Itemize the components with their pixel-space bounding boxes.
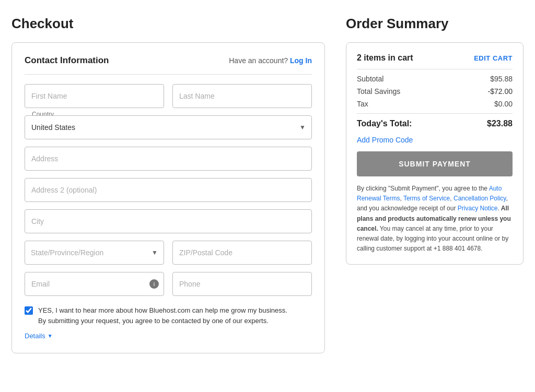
privacy-link[interactable]: Privacy Notice bbox=[458, 205, 498, 212]
submit-payment-button[interactable]: SUBMIT PAYMENT bbox=[357, 151, 513, 176]
subtotal-value: $95.88 bbox=[490, 75, 513, 83]
email-info-icon[interactable]: i bbox=[149, 279, 159, 289]
order-summary-title: Order Summary bbox=[346, 16, 524, 32]
checkout-title: Checkout bbox=[11, 16, 325, 32]
total-value: $23.88 bbox=[487, 119, 513, 128]
cancellation-link[interactable]: Cancellation Policy bbox=[453, 195, 506, 202]
order-divider-2 bbox=[357, 113, 513, 114]
first-name-input[interactable] bbox=[25, 84, 164, 108]
country-select[interactable]: United States Canada United Kingdom Aust… bbox=[25, 115, 312, 139]
savings-value: -$72.00 bbox=[488, 87, 513, 96]
marketing-checkbox[interactable] bbox=[25, 306, 33, 315]
email-input[interactable] bbox=[25, 272, 164, 296]
last-name-input[interactable] bbox=[172, 84, 312, 108]
have-account-text: Have an account? Log In bbox=[229, 56, 312, 65]
details-chevron-icon: ▼ bbox=[48, 333, 53, 339]
items-in-cart-label: 2 items in cart bbox=[357, 53, 413, 63]
marketing-checkbox-label: YES, I want to hear more about how Blueh… bbox=[38, 305, 287, 326]
savings-label: Total Savings bbox=[357, 87, 400, 96]
address2-input[interactable] bbox=[25, 178, 312, 202]
subtotal-label: Subtotal bbox=[357, 75, 383, 83]
tax-label: Tax bbox=[357, 100, 368, 108]
legal-text: By clicking "Submit Payment", you agree … bbox=[357, 184, 513, 254]
promo-code-link[interactable]: Add Promo Code bbox=[357, 136, 513, 144]
contact-divider bbox=[25, 74, 312, 75]
address-input[interactable] bbox=[25, 147, 312, 171]
tos-link[interactable]: Terms of Service bbox=[403, 195, 450, 202]
order-divider-1 bbox=[357, 69, 513, 69]
contact-heading: Contact Information bbox=[25, 55, 109, 66]
details-link[interactable]: Details ▼ bbox=[25, 332, 53, 340]
total-label: Today's Total: bbox=[357, 119, 412, 128]
phone-input[interactable] bbox=[172, 272, 312, 296]
tax-value: $0.00 bbox=[494, 100, 513, 108]
city-input[interactable] bbox=[25, 209, 312, 233]
zip-input[interactable] bbox=[172, 241, 312, 265]
login-link[interactable]: Log In bbox=[290, 56, 312, 65]
state-select[interactable] bbox=[25, 241, 164, 265]
edit-cart-link[interactable]: EDIT CART bbox=[474, 54, 513, 62]
